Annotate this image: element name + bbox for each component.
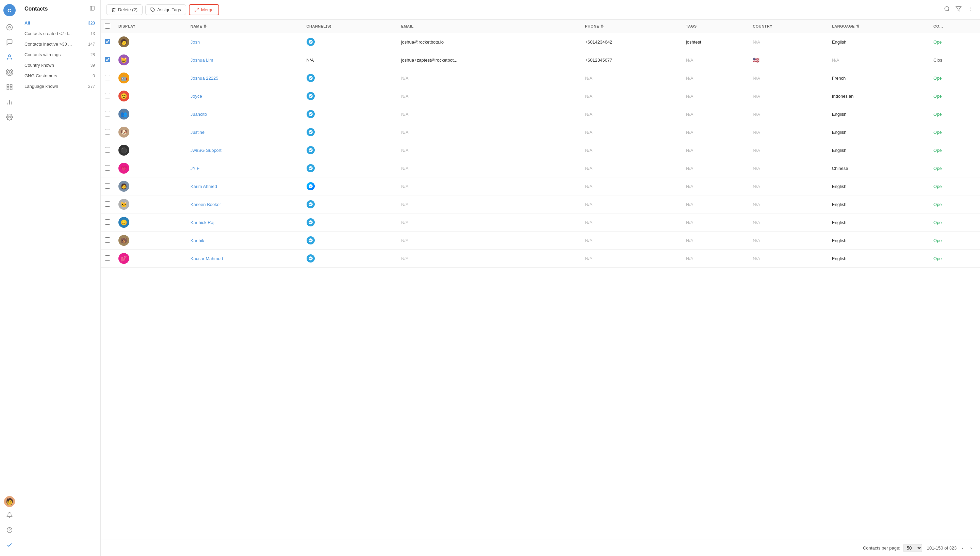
row-language-cell: English xyxy=(828,196,929,213)
nav-icon-dashboard[interactable] xyxy=(3,20,16,34)
row-avatar-cell: 😸 xyxy=(114,51,187,69)
row-tags-cell: N/A xyxy=(682,159,749,178)
col-name[interactable]: NAME ⇅ xyxy=(187,20,303,33)
contact-name[interactable]: Jw8SG Support xyxy=(190,148,221,153)
nav-item-gng[interactable]: GNG Customers0 xyxy=(19,71,100,81)
row-tags-cell: N/A xyxy=(682,213,749,231)
contact-name[interactable]: Kausar Mahmud xyxy=(190,256,223,261)
svg-point-21 xyxy=(945,6,949,11)
row-co-cell: Ope xyxy=(929,196,980,213)
user-avatar[interactable]: 🧑 xyxy=(4,496,15,507)
row-tags-cell: N/A xyxy=(682,105,749,123)
row-tags-cell: N/A xyxy=(682,250,749,268)
row-checkbox[interactable] xyxy=(105,165,110,171)
contact-name[interactable]: Karthik xyxy=(190,238,204,243)
nav-item-with_tags[interactable]: Contacts with tags28 xyxy=(19,49,100,60)
row-checkbox[interactable] xyxy=(105,219,110,225)
row-avatar-cell: 👥 xyxy=(114,105,187,123)
row-checkbox[interactable] xyxy=(105,237,110,243)
contact-name[interactable]: Juancito xyxy=(190,112,207,117)
nav-icon-settings[interactable] xyxy=(3,110,16,124)
contact-name[interactable]: Joshua 22225 xyxy=(190,76,218,81)
nav-icon-integrations[interactable] xyxy=(3,80,16,94)
nav-icon-channels[interactable] xyxy=(3,65,16,79)
nav-icon-chat[interactable] xyxy=(3,36,16,49)
contact-name[interactable]: Justine xyxy=(190,130,205,135)
row-checkbox-cell xyxy=(101,87,114,105)
row-country-cell: N/A xyxy=(749,141,828,159)
svg-line-20 xyxy=(195,10,196,11)
assign-tags-button[interactable]: Assign Tags xyxy=(145,5,186,15)
contact-name[interactable]: Joyce xyxy=(190,94,202,99)
delete-button[interactable]: Delete (2) xyxy=(106,5,143,15)
more-options-icon[interactable] xyxy=(966,5,975,15)
toolbar-right xyxy=(943,5,975,15)
contact-name[interactable]: Joshua Lim xyxy=(190,58,213,63)
contact-name[interactable]: Karleen Booker xyxy=(190,202,221,207)
contact-name[interactable]: Josh xyxy=(190,39,200,45)
row-country-cell: N/A xyxy=(749,69,828,87)
panel-toggle-icon[interactable] xyxy=(90,5,95,12)
nav-icon-bell[interactable] xyxy=(3,508,16,522)
row-checkbox[interactable] xyxy=(105,129,110,134)
row-name-cell: Joshua 22225 xyxy=(187,69,303,87)
row-checkbox[interactable] xyxy=(105,57,110,62)
search-icon[interactable] xyxy=(943,5,951,15)
contact-name[interactable]: JY F xyxy=(190,166,200,171)
nav-icon-help[interactable] xyxy=(3,523,16,537)
nav-item-inactive[interactable]: Contacts inactive >30 ...147 xyxy=(19,39,100,49)
row-language-cell: Chinese xyxy=(828,159,929,178)
app-avatar[interactable]: C xyxy=(3,4,16,16)
contact-name[interactable]: Karthick Raj xyxy=(190,220,214,225)
row-checkbox[interactable] xyxy=(105,255,110,261)
table-footer: Contacts per page: 50 25 100 101-150 of … xyxy=(101,540,980,556)
svg-point-26 xyxy=(970,10,970,11)
row-checkbox[interactable] xyxy=(105,201,110,207)
channel-telegram-icon xyxy=(306,146,315,154)
nav-item-lang_known[interactable]: Language known277 xyxy=(19,81,100,92)
nav-item-count: 13 xyxy=(90,31,95,36)
row-language-cell: English xyxy=(828,33,929,51)
row-country-cell: 🇺🇸 xyxy=(749,51,828,69)
channel-telegram-icon xyxy=(306,218,315,226)
merge-button[interactable]: Merge xyxy=(189,4,219,15)
row-checkbox-cell xyxy=(101,123,114,141)
nav-icon-contacts[interactable] xyxy=(3,50,16,64)
row-language-cell: Indonesian xyxy=(828,87,929,105)
row-phone-cell: N/A xyxy=(581,141,682,159)
nav-icon-check[interactable] xyxy=(3,538,16,552)
row-checkbox[interactable] xyxy=(105,147,110,152)
row-tags-cell: N/A xyxy=(682,196,749,213)
table-row: ⚫ Jw8SG Support N/A N/A N/A N/A English … xyxy=(101,141,980,159)
row-phone-cell: N/A xyxy=(581,196,682,213)
channel-telegram-icon xyxy=(306,164,315,172)
row-channel-cell xyxy=(303,159,397,178)
row-co-cell: Clos xyxy=(929,51,980,69)
row-checkbox[interactable] xyxy=(105,93,110,99)
row-email-cell: N/A xyxy=(397,159,581,178)
col-language[interactable]: LANGUAGE ⇅ xyxy=(828,20,929,33)
row-channel-cell xyxy=(303,250,397,268)
row-co-cell: Ope xyxy=(929,105,980,123)
nav-icon-analytics[interactable] xyxy=(3,95,16,109)
row-email-cell: N/A xyxy=(397,69,581,87)
filter-icon[interactable] xyxy=(954,5,963,15)
row-checkbox[interactable] xyxy=(105,183,110,189)
col-phone[interactable]: PHONE ⇅ xyxy=(581,20,682,33)
row-checkbox[interactable] xyxy=(105,75,110,80)
row-checkbox[interactable] xyxy=(105,111,110,116)
prev-page-button[interactable]: ‹ xyxy=(959,544,966,552)
select-all-checkbox[interactable] xyxy=(105,23,110,29)
nav-item-country_known[interactable]: Country known39 xyxy=(19,60,100,71)
per-page-select[interactable]: 50 25 100 xyxy=(903,544,922,552)
delete-label: Delete (2) xyxy=(118,7,137,12)
nav-item-label: All xyxy=(24,20,88,26)
nav-item-all[interactable]: All323 xyxy=(19,18,100,28)
contact-name[interactable]: Karim Ahmed xyxy=(190,184,217,189)
nav-item-created[interactable]: Contacts created <7 d...13 xyxy=(19,28,100,39)
row-email-cell: N/A xyxy=(397,105,581,123)
row-checkbox[interactable] xyxy=(105,39,110,44)
row-phone-cell: N/A xyxy=(581,105,682,123)
next-page-button[interactable]: › xyxy=(968,544,975,552)
contact-avatar: ⚫ xyxy=(118,145,129,155)
